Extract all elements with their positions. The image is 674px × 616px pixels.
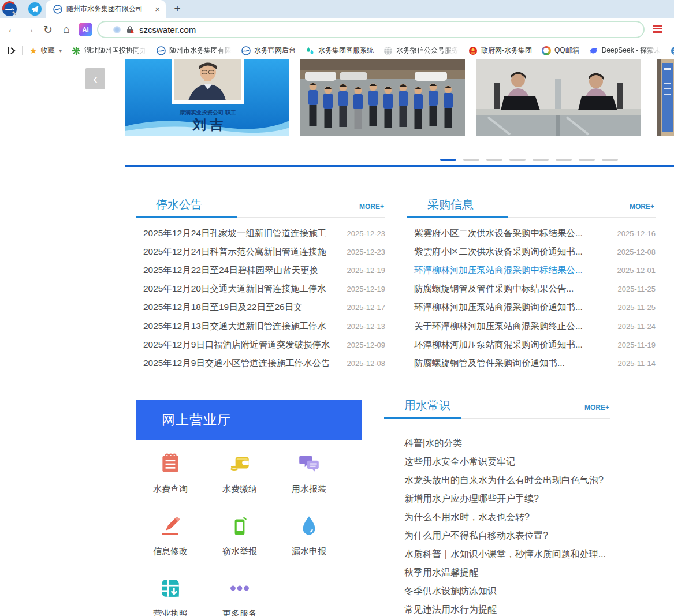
insecure-lock-icon[interactable] <box>125 25 135 34</box>
service-business-license[interactable]: 营业执照 <box>136 576 205 616</box>
procurement-item[interactable]: 防腐螺旋钢管及管件采购中标结果公告...2025-11-25 <box>407 280 656 298</box>
outage-item[interactable]: 2025年12月24日科普示范公寓新旧管道连接施2025-12-23 <box>136 242 385 261</box>
pencil-icon <box>158 514 183 538</box>
procurement-item[interactable]: 环潭柳林河加压泵站商混采购询价通知书...2025-11-19 <box>407 335 656 354</box>
outage-more-link[interactable]: MORE+ <box>359 203 384 211</box>
procurement-section: 采购信息 MORE+ 紫雲府小区二次供水设备采购中标结果公...2025-12-… <box>407 196 656 373</box>
bookmark-item[interactable]: 水务集团客服系统 <box>306 46 374 55</box>
sidebar-toggle-icon[interactable] <box>6 46 17 55</box>
knowledge-item[interactable]: 冬季供水设施防冻知识 <box>384 582 610 600</box>
service-bill-pay[interactable]: 水费缴纳 <box>205 451 274 493</box>
bookmark-item[interactable]: 政府网-水务集团 <box>468 46 532 55</box>
procurement-more-link[interactable]: MORE+ <box>630 203 654 211</box>
carousel-dot[interactable] <box>556 159 572 161</box>
more-dots-icon <box>228 576 252 600</box>
procurement-item[interactable]: 紫雲府小区二次供水设备采购询价通知书...2025-12-08 <box>407 242 656 261</box>
carousel-dot[interactable] <box>579 159 595 161</box>
tab-close-icon[interactable]: × <box>155 5 160 13</box>
bookmark-item[interactable]: 政策法 <box>671 46 674 55</box>
knowledge-title: 用水常识 <box>404 398 450 413</box>
carousel-slide-poster[interactable] <box>657 59 674 136</box>
teal-drops-icon <box>306 46 315 55</box>
tab-title: 随州市水务集团有限公司 <box>66 4 151 14</box>
knowledge-item[interactable]: 这些用水安全小常识要牢记 <box>384 453 610 471</box>
bookmark-item[interactable]: DeepSeek - 探索未 <box>589 46 661 55</box>
title-underline <box>136 216 237 218</box>
knowledge-item[interactable]: 水质科普｜水知识小课堂，秒懂水质问题和处理... <box>384 545 610 563</box>
policy-round-icon <box>671 46 674 55</box>
tab-strip: 随州市水务集团有限公司 × + <box>0 0 674 18</box>
carousel-slide-employee-card[interactable]: 康润实业投资公司 职工 刘 吉 <box>125 59 289 136</box>
new-tab-button[interactable]: + <box>170 1 185 16</box>
site-permission-icon[interactable] <box>113 26 121 33</box>
chevron-down-icon: ▾ <box>59 48 62 54</box>
procurement-item-highlighted[interactable]: 环潭柳林河加压泵站商混采购中标结果公...2025-12-01 <box>407 261 656 279</box>
messenger-icon[interactable] <box>28 2 42 16</box>
bookmark-item[interactable]: 随州市水务集团有限 <box>157 46 232 55</box>
carousel-prev-button[interactable]: ‹ <box>85 68 105 89</box>
outage-item[interactable]: 2025年12月20日交通大道新旧管连接施工停水2025-12-19 <box>136 280 385 298</box>
procurement-item[interactable]: 防腐螺旋钢管及管件采购询价通知书...2025-11-14 <box>407 354 656 372</box>
outage-item[interactable]: 2025年12月18日至19日及22日至26日文2025-12-17 <box>136 298 385 317</box>
carousel-dot[interactable] <box>509 159 526 161</box>
knowledge-item[interactable]: 为什么用户不得私自移动水表位置? <box>384 527 610 545</box>
url-input[interactable] <box>139 25 312 35</box>
address-bar[interactable] <box>97 21 645 38</box>
outage-item[interactable]: 2025年12月24日孔家坡一组新旧管道连接施工2025-12-23 <box>136 224 385 242</box>
knowledge-more-link[interactable]: MORE+ <box>584 404 609 412</box>
bill-icon <box>158 451 183 476</box>
procurement-item[interactable]: 环潭柳林河加压泵站商混采购询价通知书...2025-11-25 <box>407 298 656 317</box>
carousel-slide-office-photo[interactable] <box>476 59 641 136</box>
knowledge-item[interactable]: 常见违法用水行为提醒 <box>384 600 610 616</box>
phone-report-icon <box>228 514 252 538</box>
home-icon[interactable]: ⌂ <box>59 22 74 37</box>
knowledge-item[interactable]: 水龙头放出的自来水为什么有时会出现白色气泡? <box>384 471 610 490</box>
online-hall-banner[interactable]: 网上营业厅 <box>136 400 362 440</box>
outage-item[interactable]: 2025年12月13日交通大道新旧管连接施工停水2025-12-13 <box>136 317 385 335</box>
outage-item[interactable]: 2025年12月9日交通小区管道连接施工停水公告2025-12-08 <box>136 354 385 372</box>
wallet-icon <box>228 451 252 476</box>
service-info-update[interactable]: 信息修改 <box>136 514 205 555</box>
knowledge-item[interactable]: 为什么不用水时，水表也会转? <box>384 508 610 527</box>
bookmark-favorites[interactable]: ★ 收藏 ▾ <box>29 46 62 55</box>
bookmarks-divider <box>22 46 23 55</box>
browser-tab[interactable]: 随州市水务集团有限公司 × <box>46 0 166 18</box>
procurement-item[interactable]: 关于环潭柳林河加压泵站商混采购终止公...2025-11-24 <box>407 317 656 335</box>
bookmark-item[interactable]: 水务官网后台 <box>241 46 296 55</box>
title-underline <box>407 216 508 218</box>
deepseek-whale-icon <box>589 46 598 55</box>
carousel-dot[interactable] <box>533 159 549 161</box>
procurement-item[interactable]: 紫雲府小区二次供水设备采购中标结果公...2025-12-16 <box>407 224 656 242</box>
carousel-dot[interactable] <box>440 159 456 161</box>
ai-assistant-icon[interactable]: AI <box>79 23 92 36</box>
carousel-dot[interactable] <box>602 159 618 161</box>
section-divider-line <box>125 165 674 167</box>
outage-item[interactable]: 2025年12月22日至24日碧桂园翠山蓝天更换2025-12-19 <box>136 261 385 279</box>
service-theft-report[interactable]: 窃水举报 <box>205 514 274 555</box>
bookmarks-bar: ★ 收藏 ▾ 湖北随州国投协同办 随州市水务集团有限 水务官网后台 水务集团客服… <box>0 42 674 59</box>
back-icon[interactable]: ← <box>5 22 20 37</box>
knowledge-item[interactable]: 科普|水的分类 <box>384 434 610 453</box>
bookmark-item[interactable]: 湖北随州国投协同办 <box>72 46 147 55</box>
service-more[interactable]: 更多服务 <box>205 576 274 616</box>
forward-icon[interactable]: → <box>22 22 37 37</box>
bookmark-item[interactable]: 水务微信公众号服务 <box>383 46 459 55</box>
service-bill-query[interactable]: 水费查询 <box>136 451 205 493</box>
carousel-dot[interactable] <box>463 159 479 161</box>
carousel-dot[interactable] <box>486 159 502 161</box>
water-drop-icon <box>297 514 321 538</box>
services-grid: 水费查询 水费缴纳 用水报装 信息修改 窃水举报 漏水申报 营业执照 更多服务 <box>136 451 345 616</box>
browser-logo-icon[interactable] <box>2 1 17 17</box>
service-install-request[interactable]: 用水报装 <box>274 451 344 493</box>
globe-icon <box>383 46 393 55</box>
knowledge-item[interactable]: 新增用水户应办理哪些开户手续? <box>384 490 610 508</box>
outage-item[interactable]: 2025年12月9日口福酒店附近管道突发破损停水2025-12-09 <box>136 335 385 354</box>
reload-icon[interactable]: ↻ <box>40 22 55 37</box>
service-leak-report[interactable]: 漏水申报 <box>274 514 344 555</box>
green-gear-icon <box>72 46 81 55</box>
browser-menu-icon[interactable] <box>653 25 662 33</box>
bookmark-item[interactable]: QQ邮箱 <box>542 46 579 55</box>
qq-mail-icon <box>542 46 551 55</box>
knowledge-item[interactable]: 秋季用水温馨提醒 <box>384 563 610 582</box>
carousel-slide-group-photo[interactable] <box>300 59 465 136</box>
